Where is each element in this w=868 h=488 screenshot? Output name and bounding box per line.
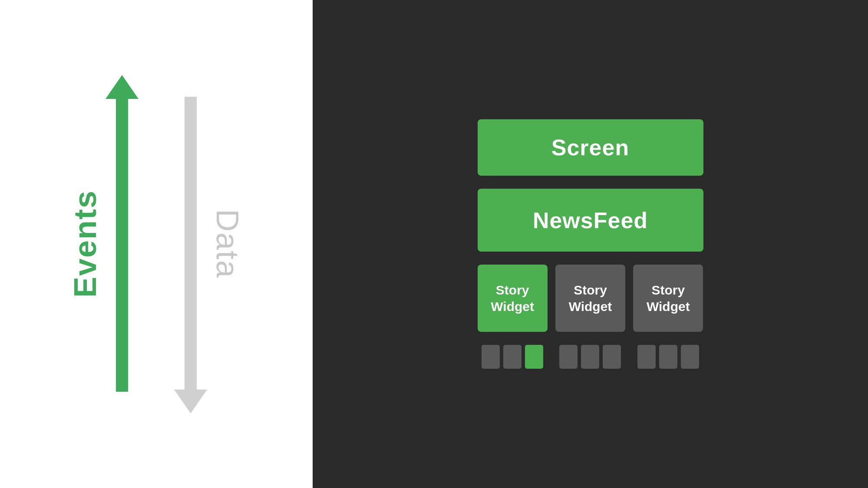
- small-block-2-3: [603, 345, 621, 369]
- small-block-group-3: [633, 345, 703, 369]
- story-widget-3: StoryWidget: [633, 265, 703, 332]
- small-block-1-1: [482, 345, 500, 369]
- events-arrow-head: [106, 75, 139, 99]
- small-block-group-2: [555, 345, 625, 369]
- screen-block: Screen: [478, 119, 703, 176]
- story-widgets-row: StoryWidget StoryWidget StoryWidget: [478, 265, 703, 332]
- data-arrow-shaft: [185, 97, 197, 392]
- arrows-container: Events Data: [67, 92, 245, 396]
- small-block-1-3: [525, 345, 543, 369]
- right-panel: Screen NewsFeed StoryWidget StoryWidget …: [313, 0, 868, 488]
- small-block-3-1: [637, 345, 656, 369]
- story-widget-2: StoryWidget: [555, 265, 625, 332]
- small-block-group-1: [478, 345, 548, 369]
- story-widget-2-label: StoryWidget: [569, 282, 612, 314]
- newsfeed-label: NewsFeed: [533, 207, 648, 233]
- events-arrow-group: Events: [67, 92, 128, 396]
- data-label: Data: [210, 209, 245, 278]
- small-block-1-2: [503, 345, 521, 369]
- events-label: Events: [67, 190, 103, 298]
- screen-label: Screen: [551, 134, 629, 160]
- data-arrow-group: Data: [185, 92, 245, 396]
- data-arrow-head: [174, 390, 207, 413]
- small-block-2-2: [581, 345, 599, 369]
- small-block-2-1: [559, 345, 578, 369]
- story-widget-1-label: StoryWidget: [491, 282, 534, 314]
- small-block-3-2: [659, 345, 677, 369]
- story-widget-3-label: StoryWidget: [647, 282, 690, 314]
- events-arrow-shaft: [116, 97, 128, 392]
- left-panel: Events Data: [0, 0, 313, 488]
- newsfeed-block: NewsFeed: [478, 189, 703, 252]
- small-block-3-3: [681, 345, 699, 369]
- story-widget-1: StoryWidget: [478, 265, 548, 332]
- small-blocks-row: [478, 345, 703, 369]
